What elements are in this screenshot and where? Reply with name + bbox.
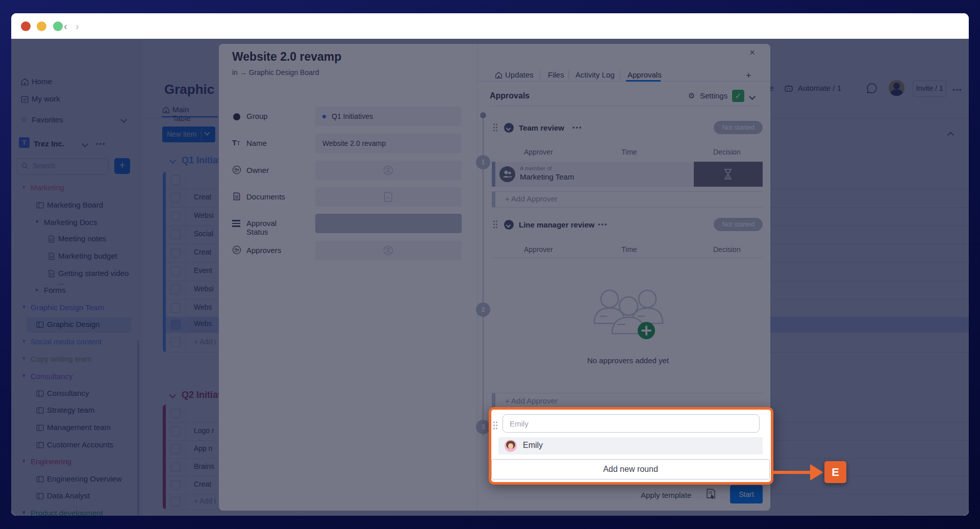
avatar-face — [508, 443, 513, 449]
forward-icon[interactable]: › — [76, 20, 79, 32]
annotation-badge-e: E — [824, 461, 846, 483]
approver-search-input[interactable]: Emily — [502, 414, 760, 433]
emily-avatar — [505, 440, 517, 452]
drag-handle-icon[interactable] — [493, 421, 498, 430]
maximize-window-button[interactable] — [53, 21, 63, 31]
app-window: ‹ › Home My work ☆ Favorites T Trez Inc. — [11, 13, 969, 516]
annotation-arrow-head — [810, 464, 823, 481]
window-titlebar: ‹ › — [11, 13, 969, 39]
close-window-button[interactable] — [21, 21, 31, 31]
annotation-arrow-line — [773, 471, 811, 474]
approver-option-emily[interactable]: Emily — [498, 437, 763, 455]
minimize-window-button[interactable] — [37, 21, 46, 31]
back-icon[interactable]: ‹ — [64, 20, 67, 32]
option-label: Emily — [523, 441, 543, 450]
add-new-round-button[interactable]: Add new round — [491, 459, 770, 480]
highlighted-approver-dropdown: Emily Emily Add new round — [489, 407, 773, 485]
